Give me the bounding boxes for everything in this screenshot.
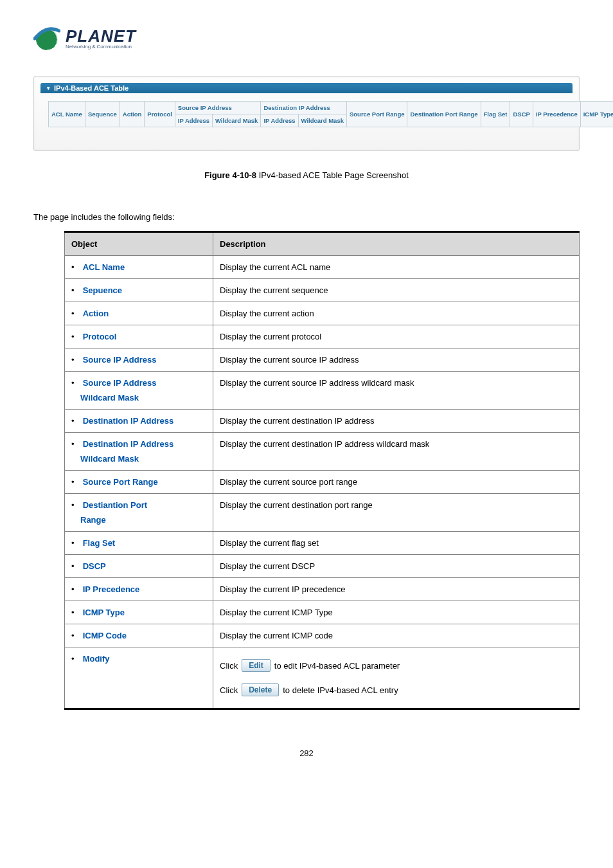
description-cell: Display the current ICMP Type <box>213 601 580 624</box>
col-dst-wildcard: Wildcard Mask <box>298 114 346 127</box>
object-cell: • Protocol <box>65 325 213 348</box>
col-acl-name: ACL Name <box>49 102 85 127</box>
description-cell: Display the current destination IP addre… <box>213 410 580 433</box>
description-cell: Display the current DSCP <box>213 555 580 578</box>
col-dst-port-range: Destination Port Range <box>407 102 481 127</box>
description-cell: Display the current IP precedence <box>213 578 580 601</box>
globe-icon <box>33 26 60 53</box>
object-cell: • Action <box>65 302 213 325</box>
table-row: • Destination IP AddressDisplay the curr… <box>65 410 580 433</box>
table-row: • ActionDisplay the current action <box>65 302 580 325</box>
col-src-wildcard: Wildcard Mask <box>212 114 260 127</box>
object-cell: • Destination IP AddressWildcard Mask <box>65 433 213 471</box>
object-cell: • Source IP AddressWildcard Mask <box>65 372 213 410</box>
table-row: • IP PrecedenceDisplay the current IP pr… <box>65 578 580 601</box>
ace-table-panel: ▾ IPv4-Based ACE Table ACL Name Sequence… <box>33 76 580 151</box>
col-dst-ip-group: Destination IP Address <box>261 102 347 114</box>
description-cell: Display the current source IP address <box>213 348 580 372</box>
table-row: • ICMP TypeDisplay the current ICMP Type <box>65 601 580 624</box>
table-row: • ACL NameDisplay the current ACL name <box>65 256 580 279</box>
description-cell: Click Edit to edit IPv4-based ACL parame… <box>213 647 580 709</box>
click-text: Click <box>220 685 238 695</box>
delete-button[interactable]: Delete <box>242 683 279 696</box>
figure-number: Figure 4-10-8 <box>204 170 256 180</box>
col-src-ip-addr: IP Address <box>175 114 212 127</box>
table-row: • Destiantion PortRangeDisplay the curre… <box>65 494 580 532</box>
object-cell: • Modify <box>65 647 213 709</box>
table-row: • Destination IP AddressWildcard MaskDis… <box>65 433 580 471</box>
col-action: Action <box>120 102 145 127</box>
figure-text: IPv4-based ACE Table Page Screenshot <box>256 170 409 180</box>
edit-button[interactable]: Edit <box>242 659 271 672</box>
description-cell: Display the current source IP address wi… <box>213 372 580 410</box>
ace-table-title: IPv4-Based ACE Table <box>54 84 129 92</box>
col-ip-precedence: IP Precedence <box>533 102 580 127</box>
logo-tagline: Networking & Communication <box>66 44 136 50</box>
logo-word: PLANET <box>66 29 136 44</box>
table-row: • ICMP CodeDisplay the current ICMP code <box>65 624 580 647</box>
object-cell: • ICMP Code <box>65 624 213 647</box>
table-row: • Source Port RangeDisplay the current s… <box>65 471 580 494</box>
figure-caption: Figure 4-10-8 IPv4-based ACE Table Page … <box>33 170 580 180</box>
description-cell: Display the current destination port ran… <box>213 494 580 532</box>
object-cell: • Flag Set <box>65 532 213 555</box>
description-cell: Display the current action <box>213 302 580 325</box>
description-cell: Display the current ACL name <box>213 256 580 279</box>
col-dst-ip-addr: IP Address <box>261 114 298 127</box>
col-flag-set: Flag Set <box>481 102 510 127</box>
description-cell: Display the current flag set <box>213 532 580 555</box>
col-icmp-type: ICMP Type <box>580 102 613 127</box>
table-row: • Source IP AddressDisplay the current s… <box>65 348 580 372</box>
object-cell: • IP Precedence <box>65 578 213 601</box>
brand-logo: PLANET Networking & Communication <box>33 26 580 53</box>
col-src-ip-group: Source IP Address <box>175 102 261 114</box>
description-cell: Display the current ICMP code <box>213 624 580 647</box>
ace-header-table: ACL Name Sequence Action Protocol Source… <box>48 101 613 127</box>
object-cell: • Destination IP Address <box>65 410 213 433</box>
col-sequence: Sequence <box>85 102 120 127</box>
lead-text: The page includes the following fields: <box>33 212 580 222</box>
table-row: • SepuenceDisplay the current sequence <box>65 279 580 302</box>
fields-table: Object Description • ACL NameDisplay the… <box>64 231 580 710</box>
object-cell: • Source Port Range <box>65 471 213 494</box>
col-dscp: DSCP <box>510 102 533 127</box>
table-row: • DSCPDisplay the current DSCP <box>65 555 580 578</box>
table-row: • ProtocolDisplay the current protocol <box>65 325 580 348</box>
collapse-icon: ▾ <box>47 85 50 91</box>
object-cell: • Sepuence <box>65 279 213 302</box>
header-description: Description <box>213 232 580 256</box>
description-cell: Display the current destination IP addre… <box>213 433 580 471</box>
col-protocol: Protocol <box>145 102 175 127</box>
table-row: • Flag SetDisplay the current flag set <box>65 532 580 555</box>
click-text: to edit IPv4-based ACL parameter <box>274 661 400 671</box>
description-cell: Display the current protocol <box>213 325 580 348</box>
click-text: Click <box>220 661 238 671</box>
description-cell: Display the current sequence <box>213 279 580 302</box>
object-cell: • Destiantion PortRange <box>65 494 213 532</box>
description-cell: Display the current source port range <box>213 471 580 494</box>
header-object: Object <box>65 232 213 256</box>
page-number: 282 <box>33 748 580 758</box>
object-cell: • ICMP Type <box>65 601 213 624</box>
table-row: • Source IP AddressWildcard MaskDisplay … <box>65 372 580 410</box>
object-cell: • ACL Name <box>65 256 213 279</box>
table-row: • ModifyClick Edit to edit IPv4-based AC… <box>65 647 580 709</box>
click-text: to delete IPv4-based ACL entry <box>283 685 398 695</box>
ace-table-titlebar[interactable]: ▾ IPv4-Based ACE Table <box>40 83 573 93</box>
object-cell: • Source IP Address <box>65 348 213 372</box>
col-src-port-range: Source Port Range <box>346 102 407 127</box>
object-cell: • DSCP <box>65 555 213 578</box>
